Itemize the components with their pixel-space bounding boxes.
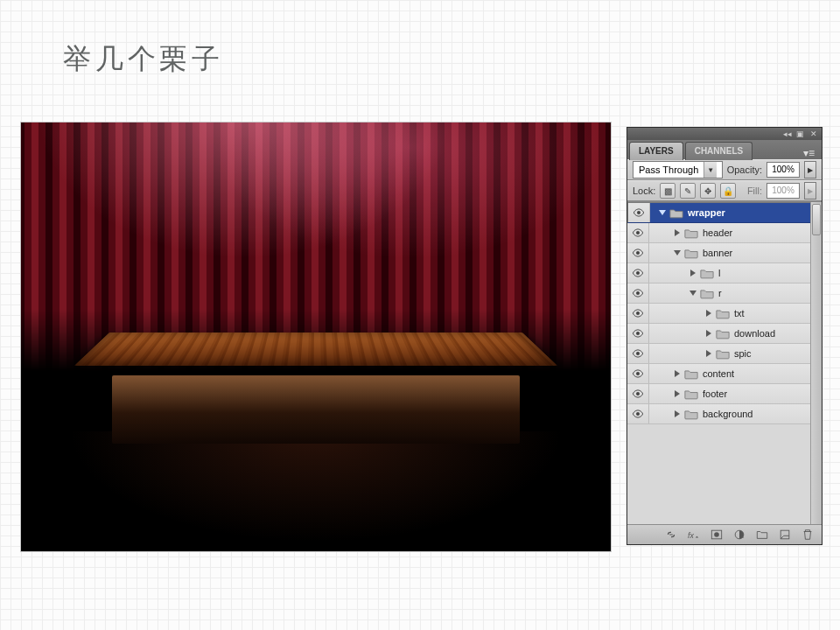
close-icon[interactable]: ✕	[808, 130, 818, 139]
svg-point-2	[714, 532, 719, 537]
layer-row-header[interactable]: header	[627, 223, 811, 243]
page-title: 举几个栗子	[63, 40, 224, 79]
mask-icon[interactable]	[710, 528, 724, 542]
visibility-toggle[interactable]	[627, 284, 649, 303]
layer-row-spic[interactable]: spic	[627, 344, 811, 364]
visibility-toggle[interactable]	[627, 364, 649, 383]
folder-icon	[684, 409, 698, 420]
layer-name: banner	[703, 248, 732, 258]
disclosure-closed-icon[interactable]	[675, 229, 680, 236]
folder-icon	[669, 207, 683, 219]
lock-fill-row: Lock: ▩ ✎ ✥ 🔒 Fill: 100% ▶	[627, 180, 822, 201]
layer-row-banner[interactable]: banner	[627, 243, 811, 263]
fill-stepper[interactable]: ▶	[804, 182, 816, 200]
collapse-icon[interactable]: ◂◂	[782, 130, 792, 139]
folder-icon	[700, 288, 714, 299]
visibility-toggle[interactable]	[627, 384, 649, 403]
visibility-toggle[interactable]	[627, 344, 649, 363]
minimize-icon[interactable]: ▣	[795, 130, 805, 139]
stage-glow	[68, 431, 564, 542]
disclosure-closed-icon[interactable]	[675, 410, 680, 417]
layer-row-content[interactable]: content	[627, 364, 811, 384]
folder-icon	[684, 388, 698, 400]
fx-icon[interactable]: fx	[687, 528, 701, 542]
lock-paint-icon[interactable]: ✎	[680, 183, 696, 199]
svg-text:fx: fx	[688, 531, 694, 540]
layer-row-wrapper[interactable]: wrapper	[627, 202, 811, 223]
opacity-label: Opacity:	[727, 164, 762, 175]
layer-content: background	[649, 404, 811, 424]
layer-name: spic	[734, 348, 752, 359]
visibility-toggle[interactable]	[627, 304, 649, 323]
folder-icon	[684, 368, 698, 380]
folder-icon	[700, 268, 714, 279]
stage-floor	[74, 332, 556, 366]
layer-content: spic	[649, 344, 811, 363]
layer-row-txt[interactable]: txt	[627, 304, 811, 324]
scrollbar[interactable]	[810, 202, 822, 524]
layer-content: banner	[649, 243, 811, 262]
folder-icon	[716, 328, 730, 340]
blend-opacity-row: Pass Through ▼ Opacity: 100% ▶	[627, 159, 822, 180]
opacity-field[interactable]: 100%	[766, 162, 800, 178]
blend-mode-value: Pass Through	[634, 164, 704, 175]
disclosure-closed-icon[interactable]	[675, 390, 680, 397]
disclosure-closed-icon[interactable]	[706, 330, 711, 337]
lock-transparency-icon[interactable]: ▩	[660, 183, 676, 199]
disclosure-open-icon[interactable]	[690, 290, 696, 296]
folder-icon	[684, 228, 698, 239]
layer-name: footer	[703, 388, 727, 399]
visibility-toggle[interactable]	[627, 404, 649, 424]
layer-content: download	[649, 324, 811, 343]
layer-name: background	[703, 409, 753, 419]
visibility-toggle[interactable]	[627, 223, 649, 242]
visibility-toggle[interactable]	[627, 324, 649, 343]
layer-name: download	[734, 328, 775, 339]
disclosure-open-icon[interactable]	[674, 250, 681, 256]
layer-name: content	[703, 368, 734, 379]
layer-row-background[interactable]: background	[627, 404, 811, 424]
new-icon[interactable]	[778, 528, 792, 542]
disclosure-closed-icon[interactable]	[675, 370, 680, 377]
panel-footer: fx	[627, 524, 822, 544]
layer-content: txt	[649, 304, 811, 323]
visibility-toggle[interactable]	[627, 243, 649, 262]
stage-front	[112, 375, 519, 444]
lock-all-icon[interactable]: 🔒	[720, 183, 736, 199]
visibility-toggle[interactable]	[628, 203, 650, 222]
layer-content: header	[649, 223, 811, 242]
layers-panel: ◂◂ ▣ ✕ LAYERS CHANNELS ▾≡ Pass Through ▼…	[626, 127, 822, 545]
link-icon[interactable]	[664, 528, 678, 542]
fill-label: Fill:	[747, 186, 762, 196]
layer-row-r[interactable]: r	[627, 284, 811, 304]
lock-position-icon[interactable]: ✥	[700, 183, 716, 199]
layer-content: footer	[649, 384, 811, 403]
fill-field[interactable]: 100%	[766, 183, 800, 199]
disclosure-open-icon[interactable]	[659, 210, 666, 215]
group-icon[interactable]	[755, 528, 769, 542]
blend-mode-select[interactable]: Pass Through ▼	[633, 161, 723, 178]
disclosure-closed-icon[interactable]	[706, 310, 711, 317]
visibility-toggle[interactable]	[627, 263, 649, 283]
panel-tabs: LAYERS CHANNELS ▾≡	[627, 140, 822, 159]
tab-layers[interactable]: LAYERS	[629, 142, 683, 160]
chevron-down-icon: ▼	[704, 162, 717, 178]
trash-icon[interactable]	[801, 528, 815, 542]
adjust-icon[interactable]	[732, 528, 746, 542]
tab-channels[interactable]: CHANNELS	[685, 142, 753, 160]
layer-name: l	[718, 268, 720, 278]
disclosure-closed-icon[interactable]	[706, 350, 711, 357]
folder-icon	[716, 308, 730, 319]
opacity-stepper[interactable]: ▶	[804, 161, 816, 178]
layer-row-footer[interactable]: footer	[627, 384, 811, 404]
panel-titlebar: ◂◂ ▣ ✕	[627, 128, 822, 140]
layer-name: header	[703, 228, 732, 238]
layer-content: content	[649, 364, 811, 383]
layer-content: r	[649, 284, 811, 303]
folder-icon	[684, 248, 698, 259]
panel-menu-icon[interactable]: ▾≡	[800, 147, 818, 159]
lock-label: Lock:	[633, 186, 655, 196]
disclosure-closed-icon[interactable]	[690, 270, 696, 276]
layer-row-download[interactable]: download	[627, 324, 811, 344]
layer-row-l[interactable]: l	[627, 263, 811, 284]
